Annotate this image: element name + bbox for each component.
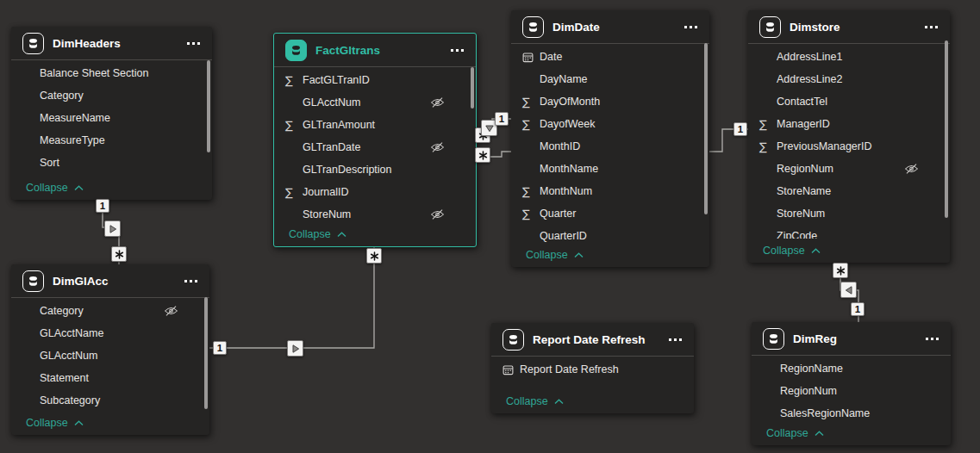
cardinality-one-badge[interactable]: 1 [96,199,109,213]
field-row[interactable]: GLAcctNum [11,344,209,367]
cardinality-one-badge[interactable]: 1 [851,302,865,316]
field-row[interactable]: SalesRegionName [752,402,951,421]
table-card-dimreg[interactable]: DimReg RegionNameRegionNumSalesRegionNam… [752,322,951,445]
field-row[interactable]: DayName [511,68,709,90]
cardinality-many-badge[interactable] [111,246,127,262]
collapse-button[interactable]: Collapse [289,228,346,240]
scrollbar-thumb[interactable] [704,43,708,214]
cardinality-one-badge[interactable]: 1 [733,122,747,136]
collapse-row: Collapse [748,239,950,263]
field-label: MeasureName [40,112,110,124]
relationship-line[interactable] [209,247,374,348]
field-row[interactable]: Sort [11,152,212,174]
hidden-eye-icon[interactable] [430,209,445,220]
field-row[interactable]: MeasureName [11,107,212,129]
field-row[interactable]: RegionName [752,357,951,380]
field-row[interactable]: Report Date Refresh [491,358,694,381]
field-label: Balance Sheet Section [40,67,148,79]
more-options-button[interactable] [684,22,698,32]
collapse-row: Collapse [491,389,694,413]
field-row[interactable]: StoreNum [274,203,476,222]
field-row[interactable]: Category [11,84,212,107]
field-row[interactable]: ZipCode [748,225,950,239]
more-options-button[interactable] [924,22,939,32]
field-row[interactable]: ∑GLTranAmount [274,114,476,136]
field-row[interactable]: ContactTel [748,90,950,113]
table-card-dimheaders[interactable]: DimHeaders Balance Sheet SectionCategory… [11,27,212,200]
field-row[interactable]: GLTranDate [274,136,476,158]
cardinality-many-badge[interactable] [366,248,382,264]
table-card-dimdate[interactable]: DimDate DateDayName∑DayOfMonth∑DayofWeek… [511,10,709,267]
hidden-eye-icon[interactable] [430,142,445,153]
table-card-factgltrans[interactable]: FactGltrans ∑FactGLTranIDGLAcctNum∑GLTra… [273,33,477,247]
hidden-eye-icon[interactable] [430,97,445,109]
table-card-dimglacc[interactable]: DimGlAcc CategoryGLAcctNameGLAcctNumStat… [11,264,209,435]
field-row[interactable]: AddressLine1 [748,46,950,68]
filter-direction-badge[interactable] [840,282,857,298]
field-row[interactable]: QuarterID [511,225,709,243]
cardinality-one-badge[interactable]: 1 [213,341,227,355]
field-row[interactable]: GLAcctName [11,322,209,344]
field-row[interactable]: ∑JournalID [274,181,476,203]
collapse-button[interactable]: Collapse [506,395,564,407]
cardinality-many-badge[interactable] [833,263,848,278]
field-row[interactable]: ∑ManagerID [748,113,950,135]
field-label: SalesRegionName [780,407,870,419]
field-row[interactable]: GLTranDescription [274,158,476,181]
field-icon-slot: ∑ [759,141,777,152]
scrollbar-thumb[interactable] [945,40,948,218]
scrollbar-thumb[interactable] [471,67,474,109]
chevron-up-icon [337,232,346,238]
collapse-button[interactable]: Collapse [763,245,821,257]
more-options-button[interactable] [925,334,939,344]
filter-direction-badge[interactable] [287,340,303,357]
scrollbar-thumb[interactable] [204,297,208,409]
table-icon [285,40,307,61]
field-row[interactable]: Subcategory [11,389,209,411]
scrollbar-thumb[interactable] [207,60,210,152]
field-row[interactable]: AddressLine2 [748,68,950,90]
more-options-button[interactable] [450,46,465,55]
field-label: Sort [40,157,59,169]
more-options-button[interactable] [668,335,683,344]
cardinality-one-badge[interactable]: 1 [495,112,509,126]
field-row[interactable]: ∑Quarter [511,202,709,225]
table-card-dimstore[interactable]: Dimstore AddressLine1AddressLine2Contact… [748,10,950,263]
field-label: Subcategory [40,394,100,406]
table-card-report-date-refresh[interactable]: Report Date Refresh Report Date Refresh … [491,323,694,413]
field-row[interactable]: Statement [11,367,209,389]
more-options-button[interactable] [184,276,198,286]
field-row[interactable]: MonthName [511,158,709,180]
collapse-button[interactable]: Collapse [526,249,584,261]
field-row[interactable]: ∑MonthNum [511,180,709,202]
collapse-button[interactable]: Collapse [766,427,824,439]
field-row[interactable]: Category [11,300,209,322]
field-label: FactGLTranID [303,74,370,86]
field-label: GLTranDate [303,141,360,153]
collapse-button[interactable]: Collapse [26,417,84,429]
field-row[interactable]: MonthID [511,135,709,158]
chevron-up-icon [74,420,84,426]
field-row[interactable]: GLAcctNum [274,91,476,114]
field-row[interactable]: MeasureType [11,129,212,152]
field-label: ManagerID [777,118,830,130]
field-row[interactable]: ∑FactGLTranID [274,69,476,91]
collapse-button[interactable]: Collapse [26,182,84,194]
field-row[interactable]: ∑DayofWeek [511,113,709,135]
hidden-eye-icon[interactable] [904,164,919,175]
cardinality-many-badge[interactable] [475,147,490,163]
field-row[interactable]: ∑PreviousManagerID [748,135,950,158]
field-row[interactable]: Date [511,46,709,68]
table-field-list: Balance Sheet SectionCategoryMeasureName… [11,60,212,176]
field-row[interactable]: StoreName [748,180,950,202]
field-row[interactable]: ∑DayOfMonth [511,90,709,113]
field-row[interactable]: RegionNum [752,380,951,402]
filter-direction-badge[interactable] [104,220,121,237]
table-field-list: ∑FactGLTranIDGLAcctNum∑GLTranAmountGLTra… [274,67,476,222]
field-row[interactable]: RegionNum [748,158,950,180]
field-row[interactable]: Balance Sheet Section [11,62,212,84]
more-options-button[interactable] [186,39,201,48]
field-row[interactable]: StoreNum [748,202,950,225]
hidden-eye-icon[interactable] [164,306,178,317]
field-label: GLTranDescription [303,164,392,176]
